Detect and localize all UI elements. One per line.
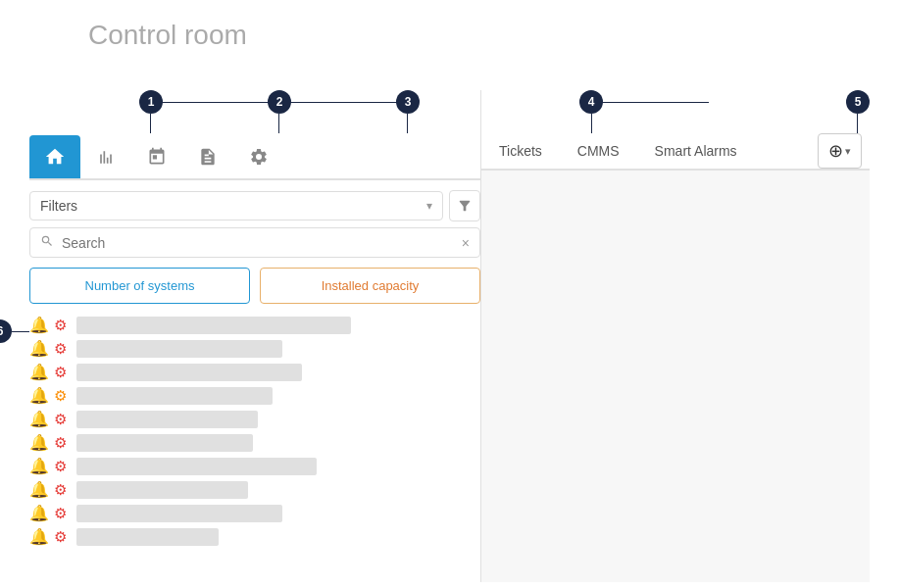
ann3-line (279, 102, 407, 103)
chevron-down-icon: ▾ (426, 199, 432, 213)
list-item[interactable]: 🔔 ⚙ (29, 527, 480, 546)
right-content-area (481, 171, 870, 582)
ann3-vline (407, 114, 408, 133)
bar-chart-row (76, 458, 317, 475)
settings-circle-icon: ⚙ (51, 481, 69, 499)
settings-circle-icon: ⚙ (51, 528, 69, 546)
ann5-vline (857, 114, 858, 133)
list-item[interactable]: 🔔 ⚙ (29, 410, 480, 428)
list-item[interactable]: 🔔 ⚙ (29, 386, 480, 405)
list-item[interactable]: 🔔 ⚙ (29, 504, 480, 522)
bell-icon-red: 🔔 (29, 457, 47, 475)
tab-tickets[interactable]: Tickets (481, 133, 560, 171)
gear-icon (249, 147, 269, 167)
list-item[interactable]: 🔔 ⚙ (29, 433, 480, 452)
annotation-4: 4 (579, 90, 603, 114)
filter-funnel-button[interactable] (449, 190, 480, 221)
search-bar: × (29, 227, 480, 258)
tab-smart-alarms[interactable]: Smart Alarms (637, 133, 755, 171)
bell-icon-orange: 🔔 (29, 363, 47, 381)
installed-capacity-button[interactable]: Installed capacity (260, 268, 480, 304)
document-icon (198, 147, 218, 167)
ann1-line (150, 114, 151, 133)
tab-cmms[interactable]: CMMS (560, 133, 637, 171)
bar-chart-row (76, 340, 282, 358)
bar-chart-row (76, 317, 351, 334)
list-item[interactable]: 🔔 ⚙ (29, 363, 480, 381)
plus-circle-icon: ⊕ (828, 140, 843, 162)
chart-icon (96, 147, 116, 167)
bell-icon-red: 🔔 (29, 504, 47, 522)
search-icon (40, 234, 54, 251)
bell-icon-green: 🔔 (29, 527, 47, 546)
settings-circle-icon: ⚙ (51, 505, 69, 522)
bar-chart-row (76, 481, 248, 499)
list-area: 6 🔔 ⚙ 🔔 ⚙ (29, 316, 480, 546)
ann2-line (151, 102, 278, 103)
filters-row: Filters ▾ (29, 180, 480, 227)
bell-icon-red: 🔔 (29, 480, 47, 499)
toolbar-home-button[interactable] (29, 135, 80, 178)
list-item[interactable]: 🔔 ⚙ (29, 339, 480, 358)
right-toolbar: Tickets CMMS Smart Alarms ⊕ ▾ (481, 133, 870, 171)
ann4-hline (591, 102, 709, 103)
calendar-icon (147, 147, 167, 167)
settings-circle-icon: ⚙ (51, 387, 69, 405)
add-button[interactable]: ⊕ ▾ (818, 133, 862, 169)
filters-dropdown[interactable]: Filters ▾ (29, 191, 443, 220)
dropdown-chevron-icon: ▾ (845, 145, 851, 158)
annotation-5: 5 (846, 90, 870, 114)
list-item[interactable]: 🔔 ⚙ (29, 316, 480, 334)
list-rows-container: 🔔 ⚙ 🔔 ⚙ 🔔 ⚙ (29, 316, 480, 546)
bar-chart-row (76, 411, 258, 428)
bell-icon-red: 🔔 (29, 433, 47, 452)
search-clear-button[interactable]: × (462, 235, 470, 251)
search-input[interactable] (62, 235, 462, 251)
annotation-6: 6 (0, 319, 29, 343)
bar-chart-row (76, 505, 282, 522)
page-title: Control room (88, 20, 870, 51)
settings-circle-icon: ⚙ (51, 434, 69, 452)
bar-chart-row (76, 364, 302, 381)
toolbar-settings-button[interactable] (233, 135, 284, 178)
funnel-icon (457, 198, 473, 214)
annotation-2: 2 (268, 90, 291, 114)
metric-buttons: Number of systems Installed capacity (29, 268, 480, 304)
ann2-vline (278, 114, 279, 133)
list-item[interactable]: 🔔 ⚙ (29, 480, 480, 499)
left-toolbar (29, 135, 480, 180)
bar-chart-row (76, 434, 253, 452)
list-item[interactable]: 🔔 ⚙ (29, 457, 480, 475)
bell-icon-red: 🔔 (29, 316, 47, 334)
right-annotation-row: 4 5 (481, 90, 870, 133)
toolbar-chart-button[interactable] (80, 135, 131, 178)
settings-circle-icon: ⚙ (51, 317, 69, 334)
annotation-1: 1 (139, 90, 163, 114)
home-icon (44, 146, 66, 168)
toolbar-calendar-button[interactable] (131, 135, 182, 178)
settings-circle-icon: ⚙ (51, 458, 69, 475)
bar-chart-row (76, 528, 219, 546)
settings-circle-icon: ⚙ (51, 364, 69, 381)
bell-icon-red: 🔔 (29, 339, 47, 358)
settings-circle-icon: ⚙ (51, 411, 69, 428)
bell-icon-green: 🔔 (29, 386, 47, 405)
ann4-vline (591, 114, 592, 133)
num-systems-button[interactable]: Number of systems (29, 268, 250, 304)
annotation-3: 3 (396, 90, 420, 114)
toolbar-document-button[interactable] (182, 135, 233, 178)
settings-circle-icon: ⚙ (51, 340, 69, 358)
filters-label: Filters (40, 198, 77, 214)
bar-chart-row (76, 387, 273, 405)
bell-icon-red: 🔔 (29, 410, 47, 428)
